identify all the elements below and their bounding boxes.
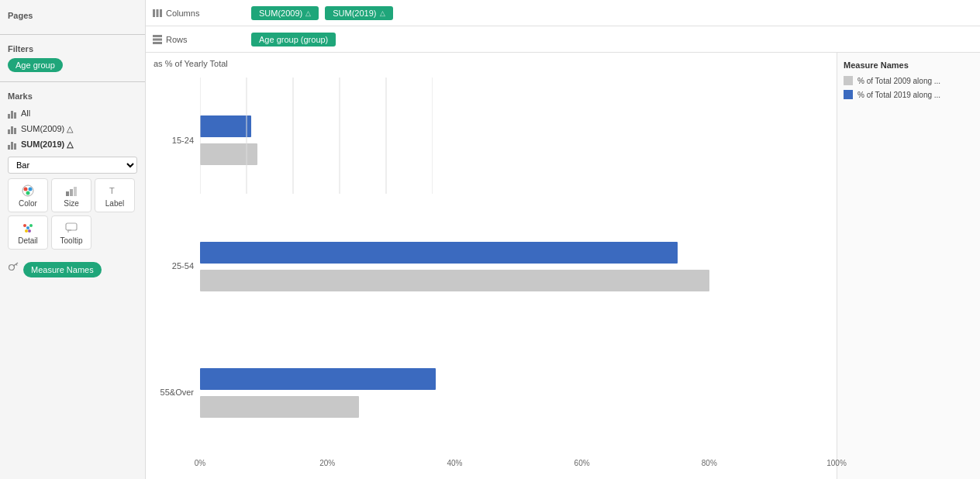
chart-plot: 0% 20% 40% 60% 80% 100% <box>200 78 837 479</box>
bar-1524-blue <box>200 115 251 137</box>
svg-rect-6 <box>74 187 77 196</box>
sum2019-pill[interactable]: SUM(2019) △ <box>325 6 392 20</box>
age-group-pill[interactable]: Age group (group) <box>251 33 336 47</box>
x-axis: 0% 20% 40% 60% 80% 100% <box>200 456 837 479</box>
x-tick-60: 60% <box>575 459 590 467</box>
bar-1524-gray <box>200 143 257 165</box>
bar-group-1524 <box>200 94 837 187</box>
legend-label-2009: % of Total 2009 along ... <box>858 77 940 85</box>
size-button[interactable]: Size <box>51 178 91 212</box>
bar-group-55over <box>200 346 837 439</box>
marks-sum2019-row[interactable]: SUM(2019) △ <box>8 136 137 152</box>
age-group-filter[interactable]: Age group <box>8 58 63 72</box>
bar-row-55over-gray <box>200 393 837 421</box>
legend-swatch-2009 <box>844 76 853 85</box>
pages-title: Pages <box>8 11 137 20</box>
size-label: Size <box>64 199 78 208</box>
y-label-1524: 15-24 <box>172 136 194 145</box>
bar-row-55over-blue <box>200 365 837 393</box>
y-label-2554: 25-54 <box>172 262 194 271</box>
columns-text: Columns <box>166 9 199 18</box>
detail-button[interactable]: Detail <box>8 215 48 250</box>
rows-text: Rows <box>166 35 188 44</box>
measure-names-button[interactable]: Measure Names <box>23 262 102 277</box>
bar-2554-gray <box>200 270 709 291</box>
legend-title: Measure Names <box>844 60 974 70</box>
chart-area-wrapper: as % of Yearly Total 15-24 25-54 55&Over <box>146 53 980 479</box>
marks-sum2009-row[interactable]: SUM(2009) △ <box>8 121 137 136</box>
x-tick-20: 20% <box>319 459 335 467</box>
left-panel: Pages Filters Age group Marks All SUM(20… <box>0 0 146 479</box>
x-tick-80: 80% <box>702 459 717 467</box>
columns-toolbar: Columns SUM(2009) △ SUM(2019) △ <box>146 0 980 26</box>
chart-inner: 15-24 25-54 55&Over <box>146 78 837 479</box>
svg-point-9 <box>26 226 29 229</box>
svg-point-2 <box>29 187 33 191</box>
svg-point-8 <box>23 224 26 227</box>
svg-rect-23 <box>153 38 162 40</box>
mark-type-select[interactable]: Bar Line Circle <box>8 157 137 174</box>
svg-line-18 <box>16 264 17 266</box>
svg-rect-22 <box>153 35 162 37</box>
label-button[interactable]: T Label <box>95 178 135 212</box>
key-icon <box>8 261 19 272</box>
color-button[interactable]: Color <box>8 178 48 212</box>
svg-point-10 <box>29 224 33 227</box>
svg-rect-5 <box>70 189 73 196</box>
measure-names-row: Measure Names <box>8 256 137 277</box>
rows-toolbar: Rows Age group (group) <box>146 26 980 53</box>
columns-label: Columns <box>152 8 245 19</box>
marks-all-label: All <box>21 109 30 118</box>
legend-swatch-2019 <box>844 90 853 99</box>
bar-chart-icon-2019 <box>8 139 16 150</box>
bar-2554-blue <box>200 242 678 264</box>
bar-group-2554 <box>200 220 837 313</box>
marks-sum2009-label: SUM(2009) △ <box>21 124 73 134</box>
sum2019-delta-icon: △ <box>380 9 385 17</box>
rows-icon <box>152 34 163 45</box>
svg-rect-4 <box>66 191 69 196</box>
tooltip-label: Tooltip <box>60 236 83 245</box>
sum2019-pill-text: SUM(2019) <box>333 9 376 18</box>
svg-rect-21 <box>160 9 162 17</box>
columns-icon <box>152 8 163 19</box>
bar-row-1524-gray <box>200 140 837 168</box>
svg-rect-24 <box>153 42 162 44</box>
label-label: Label <box>105 199 124 208</box>
color-icon <box>21 184 35 198</box>
main-area: Columns SUM(2009) △ SUM(2019) △ Rows Age… <box>146 0 980 479</box>
legend-panel: Measure Names % of Total 2009 along ... … <box>837 53 980 479</box>
sum2009-delta-icon: △ <box>305 9 311 17</box>
svg-line-17 <box>14 263 19 266</box>
marks-all-row[interactable]: All <box>8 105 137 121</box>
tooltip-button[interactable]: Tooltip <box>51 215 91 250</box>
detail-icon <box>21 221 35 235</box>
chart-title: as % of Yearly Total <box>154 59 228 68</box>
sum2009-pill[interactable]: SUM(2009) △ <box>251 6 319 20</box>
legend-item-2009: % of Total 2009 along ... <box>844 76 974 85</box>
filters-section: Filters Age group <box>0 40 145 77</box>
y-label-55over: 55&Over <box>160 388 194 397</box>
svg-point-1 <box>24 187 28 191</box>
mark-type-dropdown-row[interactable]: Bar Line Circle <box>8 157 137 174</box>
bar-chart-icon <box>8 108 16 119</box>
sum2009-pill-text: SUM(2009) <box>259 9 302 18</box>
legend-label-2019: % of Total 2019 along ... <box>858 91 940 99</box>
svg-rect-19 <box>153 9 155 17</box>
marks-sum2019-label: SUM(2019) △ <box>21 140 73 150</box>
y-axis-labels: 15-24 25-54 55&Over <box>146 78 200 479</box>
rows-label: Rows <box>152 34 245 45</box>
svg-point-3 <box>26 191 30 195</box>
svg-rect-20 <box>157 9 159 17</box>
svg-point-12 <box>28 229 31 233</box>
svg-rect-13 <box>66 223 77 230</box>
measure-names-label: Measure Names <box>31 265 94 274</box>
x-tick-100: 100% <box>826 459 847 467</box>
svg-text:T: T <box>109 186 115 195</box>
marks-buttons-group: Color Size T Label <box>8 178 137 250</box>
marks-title: Marks <box>8 91 137 101</box>
pages-section: Pages <box>0 6 145 29</box>
label-icon: T <box>108 184 122 198</box>
x-tick-0: 0% <box>195 459 205 467</box>
legend-item-2019: % of Total 2019 along ... <box>844 90 974 99</box>
